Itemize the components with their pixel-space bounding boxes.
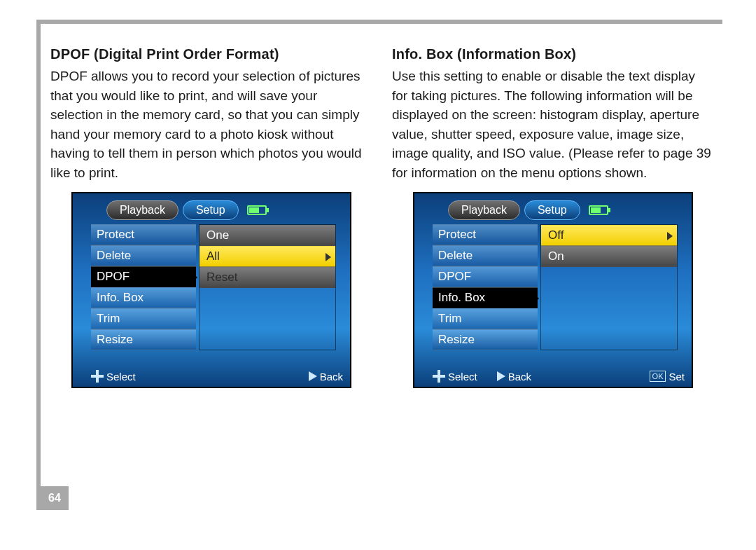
page-frame: DPOF (Digital Print Order Format) DPOF a… [36,20,722,510]
option-list: Off On [540,224,678,350]
dpof-heading: DPOF (Digital Print Order Format) [50,46,372,62]
menu-body: Protect Delete DPOF Info. Box Trim Resiz… [414,220,692,350]
battery-icon [589,205,608,215]
infobox-screen: Playback Setup Protect Delete DPOF Info.… [413,192,693,388]
dpof-body: DPOF allows you to record your selection… [50,67,372,182]
menu-item-resize[interactable]: Resize [91,329,196,350]
menu-item-dpof[interactable]: DPOF [433,266,538,287]
hint-set: OK Set [650,371,685,383]
dpof-screen: Playback Setup Protect Delete DPOF Info.… [71,192,351,388]
option-reset[interactable]: Reset [200,267,335,288]
hint-select: Select [433,370,477,383]
option-all[interactable]: All [200,246,335,267]
menu-item-resize[interactable]: Resize [433,329,538,350]
tab-playback[interactable]: Playback [106,200,178,220]
option-list: One All Reset [199,224,336,350]
play-icon [309,371,317,381]
hint-set-label: Set [668,371,685,383]
menu-list: Protect Delete DPOF Info. Box Trim Resiz… [91,224,196,350]
dpad-icon [91,370,104,383]
infobox-body: Use this setting to enable or disable th… [392,67,714,182]
menu-item-infobox[interactable]: Info. Box [433,287,538,308]
right-column: Info. Box (Information Box) Use this set… [392,46,714,388]
option-on[interactable]: On [541,246,677,267]
screen-tabs: Playback Setup [73,193,350,220]
tab-playback[interactable]: Playback [448,200,520,220]
hint-back-label: Back [508,371,531,383]
option-one[interactable]: One [200,225,335,246]
menu-item-protect[interactable]: Protect [433,224,538,245]
left-column: DPOF (Digital Print Order Format) DPOF a… [50,46,372,388]
menu-item-trim[interactable]: Trim [91,308,196,329]
page-number: 64 [41,486,69,510]
menu-item-protect[interactable]: Protect [91,224,196,245]
tab-setup[interactable]: Setup [183,200,239,220]
hint-select-label: Select [106,371,136,383]
menu-item-delete[interactable]: Delete [433,245,538,266]
menu-body: Protect Delete DPOF Info. Box Trim Resiz… [73,220,350,350]
hint-back: Back [309,371,343,383]
screen-tabs: Playback Setup [414,193,692,220]
hint-back-label: Back [320,371,343,383]
infobox-heading: Info. Box (Information Box) [392,46,714,62]
hint-back: Back [497,371,531,383]
tab-setup[interactable]: Setup [524,200,580,220]
hint-select: Select [91,370,136,383]
menu-item-infobox[interactable]: Info. Box [91,287,196,308]
menu-item-delete[interactable]: Delete [91,245,196,266]
content-columns: DPOF (Digital Print Order Format) DPOF a… [41,24,722,388]
menu-item-dpof[interactable]: DPOF [91,266,196,287]
screen-hints: Select Back OK Set [433,370,685,383]
ok-icon: OK [650,371,666,382]
battery-icon [247,205,267,215]
hint-select-label: Select [448,371,477,383]
option-off[interactable]: Off [541,225,677,246]
menu-item-trim[interactable]: Trim [433,308,538,329]
screen-hints: Select Back [91,370,343,383]
menu-list: Protect Delete DPOF Info. Box Trim Resiz… [433,224,538,350]
play-icon [497,371,505,381]
dpad-icon [433,370,445,383]
